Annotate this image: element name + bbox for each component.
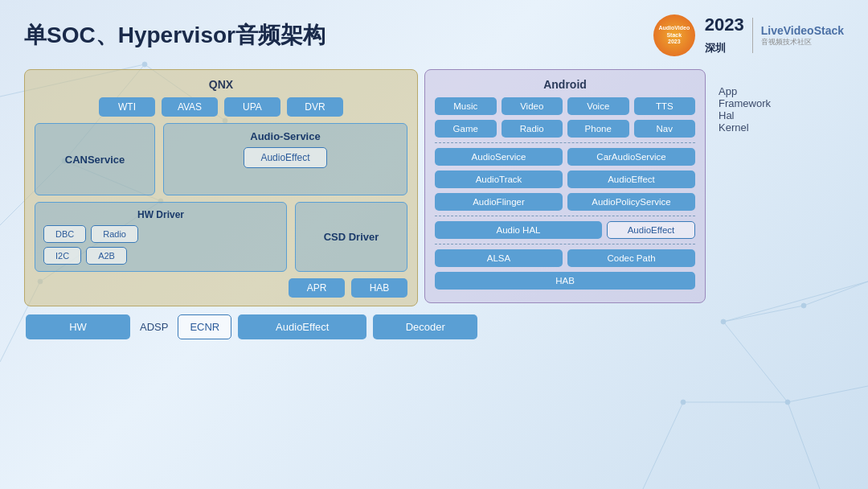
svg-line-14 <box>788 386 868 402</box>
alsa-btn[interactable]: ALSA <box>435 249 563 267</box>
upa-button[interactable]: UPA <box>224 97 280 117</box>
qnx-top-row: WTI AVAS UPA DVR <box>35 97 407 117</box>
audio-effect-qnx[interactable]: AudioEffect <box>244 147 326 168</box>
page-title: 单SOC、Hypervisor音频架构 <box>24 20 326 51</box>
audio-track[interactable]: AudioTrack <box>435 171 563 188</box>
android-label: Android <box>435 78 695 91</box>
qnx-hw-csd-row: HW Driver DBC Radio I2C A2B CSD Driver <box>35 202 407 272</box>
sep-2 <box>435 216 695 216</box>
android-row-2: Game Radio Phone Nav <box>435 120 695 138</box>
audio-service-box: Audio-Service AudioEffect <box>163 123 407 195</box>
video-btn[interactable]: Video <box>502 97 563 115</box>
phone-btn[interactable]: Phone <box>567 120 629 138</box>
svg-line-15 <box>788 402 820 489</box>
logo-text: LiveVideoStack 音视频技术社区 <box>761 24 844 47</box>
csd-driver-box: CSD Driver <box>295 202 407 272</box>
svg-point-19 <box>785 400 790 405</box>
voice-btn[interactable]: Voice <box>567 97 629 115</box>
hab-qnx-button[interactable]: HAB <box>351 278 407 298</box>
decoder-btn[interactable]: Decoder <box>373 314 477 339</box>
nav-btn[interactable]: Nav <box>634 120 696 138</box>
label-kernel: Kernel <box>719 121 778 134</box>
sep-3 <box>435 244 695 244</box>
audio-effect-hal[interactable]: AudioEffect <box>607 221 695 239</box>
qnx-label: QNX <box>35 78 407 91</box>
brand-sub: 音视频技术社区 <box>761 37 844 47</box>
sep-1 <box>435 142 695 143</box>
header: 单SOC、Hypervisor音频架构 AudioVideoStack2023 … <box>24 14 844 56</box>
audio-service-android[interactable]: AudioService <box>435 148 563 166</box>
codec-btn[interactable]: Codec Path <box>567 249 695 267</box>
hw-driver-label: HW Driver <box>43 209 278 220</box>
framework-row-1: AudioService CarAudioService <box>435 148 695 166</box>
qnx-middle: CANService Audio-Service AudioEffect <box>35 123 407 195</box>
game-btn[interactable]: Game <box>435 120 497 138</box>
avas-button[interactable]: AVAS <box>162 97 218 117</box>
qnx-bot-row: APR HAB <box>35 278 407 298</box>
hw-driver-box: HW Driver DBC Radio I2C A2B <box>35 202 287 272</box>
adsp-label: ADSP <box>137 321 171 333</box>
tts-btn[interactable]: TTS <box>634 97 696 115</box>
audio-flinger[interactable]: AudioFlinger <box>435 193 563 211</box>
kernel-row-2: HAB <box>435 272 695 290</box>
hal-row: Audio HAL AudioEffect <box>435 221 695 239</box>
logo-divider <box>752 18 753 53</box>
a2b-button[interactable]: A2B <box>86 247 127 265</box>
can-service-box: CANService <box>35 123 155 195</box>
wti-button[interactable]: WTI <box>99 97 155 117</box>
bottom-strip: HW ADSP ECNR AudioEffect Decoder <box>24 314 844 339</box>
qnx-box: QNX WTI AVAS UPA DVR CANService Audio-Se… <box>24 69 418 306</box>
dbc-button[interactable]: DBC <box>43 225 86 243</box>
car-audio-service[interactable]: CarAudioService <box>567 148 695 166</box>
svg-line-17 <box>643 402 683 489</box>
i2c-button[interactable]: I2C <box>43 247 81 265</box>
logo-area: AudioVideoStack2023 2023 深圳 LiveVideoSta… <box>653 14 844 56</box>
android-box: Android Music Video Voice TTS Game Radio… <box>424 69 706 303</box>
csd-driver-label: CSD Driver <box>324 231 379 243</box>
hw-btn[interactable]: HW <box>26 314 130 339</box>
apr-button[interactable]: APR <box>289 278 345 298</box>
can-service-label: CANService <box>65 154 125 166</box>
label-hal: Hal <box>719 109 778 121</box>
logo-year: 2023 深圳 <box>705 14 744 56</box>
brand-name: LiveVideoStack <box>761 24 844 37</box>
android-row-1: Music Video Voice TTS <box>435 97 695 115</box>
audio-hal[interactable]: Audio HAL <box>435 221 602 239</box>
dvr-button[interactable]: DVR <box>287 97 343 117</box>
audio-effect-bottom[interactable]: AudioEffect <box>238 314 366 339</box>
ecnr-btn[interactable]: ECNR <box>178 314 231 339</box>
label-app: App <box>719 85 778 97</box>
framework-row-3: AudioFlinger AudioPolicyService <box>435 193 695 211</box>
svg-point-20 <box>681 400 686 405</box>
audio-policy-service[interactable]: AudioPolicyService <box>567 193 695 211</box>
audio-service-label: Audio-Service <box>250 130 320 142</box>
kernel-row-1: ALSA Codec Path <box>435 249 695 267</box>
framework-row-2: AudioTrack AudioEffect <box>435 171 695 188</box>
right-labels: App Framework Hal Kernel <box>706 69 778 150</box>
radio-btn[interactable]: Radio <box>502 120 563 138</box>
label-framework: Framework <box>719 97 778 109</box>
hab-android[interactable]: HAB <box>435 272 695 290</box>
conference-badge: AudioVideoStack2023 <box>653 14 695 56</box>
music-btn[interactable]: Music <box>435 97 497 115</box>
audio-effect-fw[interactable]: AudioEffect <box>567 171 695 188</box>
radio-button[interactable]: Radio <box>91 225 138 243</box>
